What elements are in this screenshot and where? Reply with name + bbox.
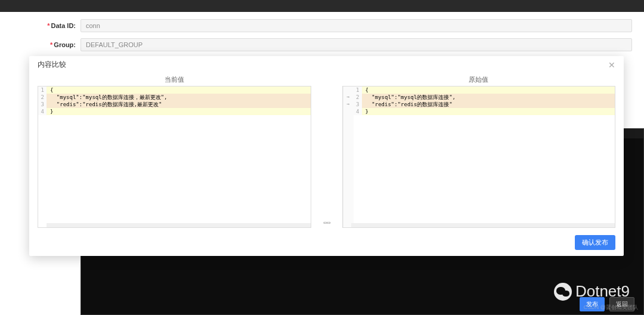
compare-modal: 内容比较 ✕ 当前值 1{ 2 "mysql":"mysql的数据库连接，最新更… xyxy=(29,56,624,256)
page-footer-actions: 发布 返回 xyxy=(580,297,634,311)
group-label: *Group: xyxy=(12,41,80,48)
group-row: *Group: xyxy=(12,38,632,51)
data-id-row: *Data ID: xyxy=(12,19,632,32)
close-icon[interactable]: ✕ xyxy=(608,60,615,70)
confirm-publish-button[interactable]: 确认发布 xyxy=(575,235,615,250)
scrollbar[interactable] xyxy=(351,223,615,227)
diff-container: 当前值 1{ 2 "mysql":"mysql的数据库连接，最新更改", 3 "… xyxy=(29,73,624,228)
app-top-bar xyxy=(0,0,644,12)
back-button[interactable]: 返回 xyxy=(609,297,634,311)
current-editor[interactable]: 1{ 2 "mysql":"mysql的数据库连接，最新更改", 3 "redi… xyxy=(38,86,311,228)
publish-button[interactable]: 发布 xyxy=(580,297,605,311)
splitter-handle-icon: ⇔⇔ xyxy=(323,220,330,226)
data-id-label: *Data ID: xyxy=(12,22,80,29)
group-input[interactable] xyxy=(80,38,632,51)
scrollbar[interactable] xyxy=(47,223,311,227)
original-side: 原始值 →→ 1{ 2 "mysql":"mysql的数据库连接", 3 "re… xyxy=(342,73,616,228)
original-title: 原始值 xyxy=(342,73,616,86)
modal-header: 内容比较 ✕ xyxy=(29,56,624,73)
data-id-input[interactable] xyxy=(80,19,632,32)
original-editor[interactable]: →→ 1{ 2 "mysql":"mysql的数据库连接", 3 "redis"… xyxy=(342,86,616,228)
diff-splitter[interactable]: ⇔⇔ xyxy=(315,73,339,228)
diff-gutter: →→ xyxy=(343,87,354,227)
modal-footer: 确认发布 xyxy=(29,228,624,256)
current-title: 当前值 xyxy=(38,73,311,86)
current-side: 当前值 1{ 2 "mysql":"mysql的数据库连接，最新更改", 3 "… xyxy=(38,73,311,228)
modal-title: 内容比较 xyxy=(38,60,66,70)
